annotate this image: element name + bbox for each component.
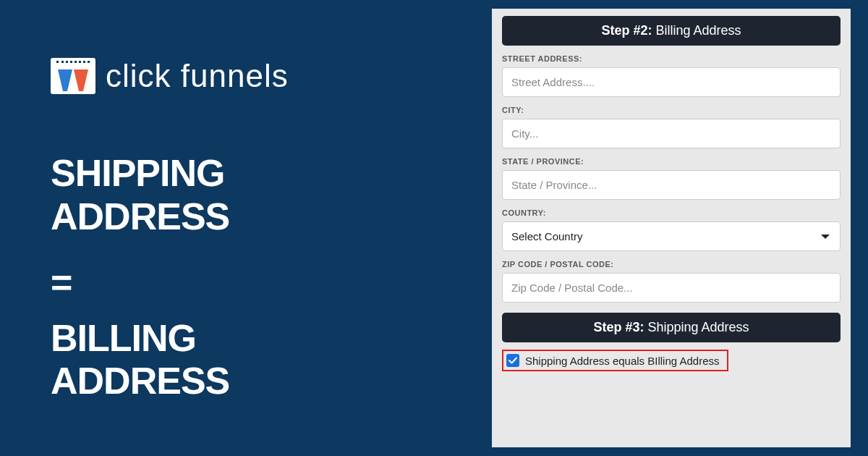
step-3-header: Step #3: Shipping Address <box>502 313 841 342</box>
headline-address-2: ADDRESS <box>51 360 463 403</box>
step-2-bold: Step #2: <box>601 23 652 38</box>
street-input[interactable] <box>502 67 841 97</box>
chevron-down-icon <box>821 235 830 239</box>
clickfunnels-icon <box>51 58 95 94</box>
city-field-group: CITY: <box>502 106 841 148</box>
headline-shipping: SHIPPING <box>51 152 463 195</box>
headline-billing: BILLING <box>51 317 463 360</box>
step-2-header: Step #2: Billing Address <box>502 16 841 46</box>
headline-address-1: ADDRESS <box>51 195 463 239</box>
country-label: COUNTRY: <box>502 208 841 217</box>
zip-label: ZIP CODE / POSTAL CODE: <box>502 260 841 269</box>
checkbox-checked-icon <box>506 354 519 367</box>
country-field-group: COUNTRY: Select Country <box>502 208 841 251</box>
street-field-group: STREET ADDRESS: <box>502 54 841 97</box>
step-2-light: Billing Address <box>652 23 741 38</box>
step-3-light: Shipping Address <box>644 320 749 334</box>
right-panel: Step #2: Billing Address STREET ADDRESS:… <box>492 0 868 456</box>
state-field-group: STATE / PROVINCE: <box>502 157 841 200</box>
same-address-checkbox-row[interactable]: Shipping Address equals BIlling Address <box>502 350 728 371</box>
state-label: STATE / PROVINCE: <box>502 157 841 166</box>
zip-field-group: ZIP CODE / POSTAL CODE: <box>502 260 841 303</box>
street-label: STREET ADDRESS: <box>502 54 841 63</box>
zip-input[interactable] <box>502 273 841 303</box>
country-select[interactable]: Select Country <box>502 221 841 251</box>
city-label: CITY: <box>502 106 841 114</box>
left-panel: click funnels SHIPPING ADDRESS = BILLING… <box>0 0 492 456</box>
state-input[interactable] <box>502 170 841 200</box>
city-input[interactable] <box>502 119 841 148</box>
form-panel: Step #2: Billing Address STREET ADDRESS:… <box>492 9 851 447</box>
same-address-label: Shipping Address equals BIlling Address <box>525 355 720 367</box>
step-3-bold: Step #3: <box>593 320 644 334</box>
country-selected: Select Country <box>503 222 840 250</box>
logo: click funnels <box>51 58 463 94</box>
headline-equals: = <box>51 261 463 304</box>
logo-text: click funnels <box>106 58 289 94</box>
